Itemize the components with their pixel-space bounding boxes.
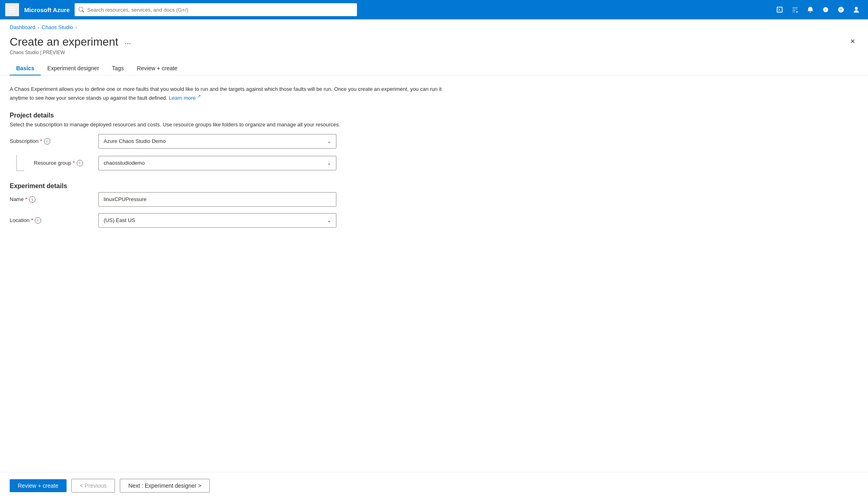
cloud-shell-icon[interactable]	[773, 4, 787, 16]
breadcrumb-sep-1: ›	[38, 25, 40, 30]
subscription-dropdown[interactable]: Azure Chaos Studio Demo ⌄	[98, 134, 336, 149]
name-info-icon[interactable]: i	[29, 196, 35, 203]
name-required: *	[25, 196, 27, 202]
breadcrumb-chaos-studio[interactable]: Chaos Studio	[42, 24, 73, 30]
settings-icon[interactable]	[819, 4, 833, 16]
subscription-info-icon[interactable]: i	[44, 138, 50, 145]
search-box[interactable]	[75, 3, 357, 16]
main-content: Dashboard › Chaos Studio › Create an exp…	[0, 19, 868, 499]
name-label: Name * i	[10, 196, 98, 203]
experiment-details-title: Experiment details	[10, 182, 858, 190]
name-input[interactable]	[98, 192, 336, 207]
project-details-section: Project details Select the subscription …	[10, 112, 858, 171]
location-row: Location * i (US) East US ⌄	[10, 213, 373, 228]
subscription-row: Subscription * i Azure Chaos Studio Demo…	[10, 134, 373, 149]
breadcrumb-sep-2: ›	[75, 25, 77, 30]
learn-more-link[interactable]: Learn more ↗	[169, 95, 201, 101]
project-details-desc: Select the subscription to manage deploy…	[10, 122, 858, 128]
location-info-icon[interactable]: i	[35, 217, 41, 224]
location-required: *	[31, 217, 33, 223]
location-dropdown-arrow: ⌄	[327, 218, 331, 223]
project-details-title: Project details	[10, 112, 858, 119]
top-navigation: ☰ Microsoft Azure	[0, 0, 868, 19]
hamburger-menu[interactable]: ☰	[5, 3, 19, 17]
tab-experiment-designer[interactable]: Experiment designer	[41, 62, 105, 75]
page-header: Create an experiment ... Chaos Studio | …	[0, 30, 868, 55]
notifications-icon[interactable]	[803, 4, 817, 16]
location-dropdown[interactable]: (US) East US ⌄	[98, 213, 336, 228]
form-content: A Chaos Experiment allows you to define …	[0, 75, 868, 472]
subscription-required: *	[40, 138, 42, 144]
tab-basics[interactable]: Basics	[10, 62, 41, 75]
help-icon[interactable]	[834, 4, 848, 16]
breadcrumb: Dashboard › Chaos Studio ›	[0, 19, 868, 30]
topnav-action-icons	[773, 4, 863, 16]
search-input[interactable]	[87, 7, 353, 13]
previous-button[interactable]: < Previous	[71, 479, 115, 493]
resource-group-label: Resource group * i	[34, 160, 98, 166]
location-label: Location * i	[10, 217, 98, 224]
next-button[interactable]: Next : Experiment designer >	[120, 479, 210, 493]
name-row: Name * i	[10, 192, 373, 207]
subscription-control: Azure Chaos Studio Demo ⌄	[98, 134, 373, 149]
resource-group-control: chaosstudiodemo ⌄	[98, 156, 373, 170]
external-link-icon: ↗	[197, 94, 201, 99]
tab-bar: Basics Experiment designer Tags Review +…	[0, 55, 868, 75]
tab-tags[interactable]: Tags	[106, 62, 131, 75]
rg-required: *	[73, 160, 75, 166]
review-create-button[interactable]: Review + create	[10, 479, 67, 492]
form-footer: Review + create < Previous Next : Experi…	[0, 472, 868, 499]
page-header-left: Create an experiment ... Chaos Studio | …	[10, 35, 134, 55]
rg-info-icon[interactable]: i	[77, 160, 83, 166]
search-icon	[79, 7, 84, 13]
profile-icon[interactable]	[849, 4, 863, 16]
page-title: Create an experiment	[10, 35, 118, 49]
more-options-button[interactable]: ...	[121, 36, 134, 48]
close-button[interactable]: ×	[847, 35, 858, 48]
rg-dropdown-arrow: ⌄	[327, 160, 331, 166]
breadcrumb-dashboard[interactable]: Dashboard	[10, 24, 35, 30]
rg-bracket	[16, 155, 24, 171]
name-control	[98, 192, 373, 207]
experiment-details-section: Experiment details Name * i Location * i	[10, 182, 858, 228]
rg-indent	[10, 155, 34, 171]
azure-logo: Microsoft Azure	[24, 6, 70, 13]
tab-review-create[interactable]: Review + create	[130, 62, 184, 75]
subscription-dropdown-arrow: ⌄	[327, 138, 331, 144]
directory-icon[interactable]	[788, 4, 802, 16]
page-subtitle: Chaos Studio | PREVIEW	[10, 50, 134, 55]
location-control: (US) East US ⌄	[98, 213, 373, 228]
resource-group-dropdown[interactable]: chaosstudiodemo ⌄	[98, 156, 336, 170]
subscription-label: Subscription * i	[10, 138, 98, 145]
description-text: A Chaos Experiment allows you to define …	[10, 85, 453, 102]
resource-group-row: Resource group * i chaosstudiodemo ⌄	[10, 155, 373, 171]
